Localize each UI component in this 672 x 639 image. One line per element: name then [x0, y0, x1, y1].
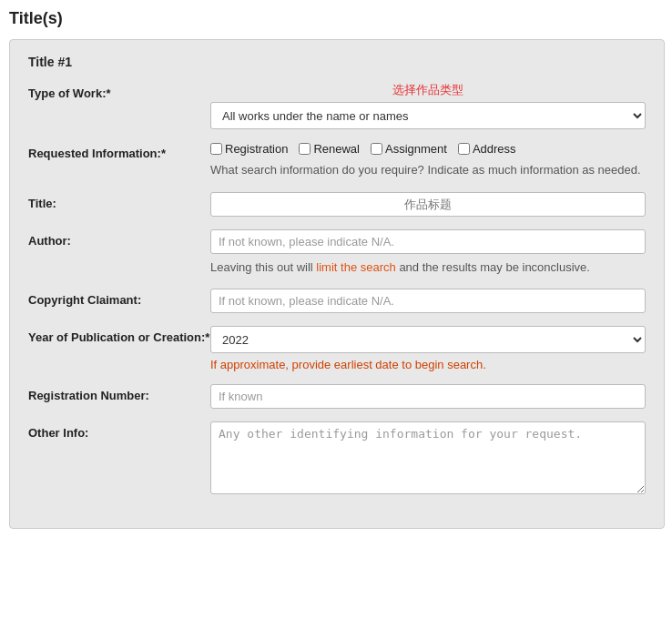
copyright-claimant-label: Copyright Claimant:: [28, 289, 210, 307]
author-control: Leaving this out will limit the search a…: [210, 229, 646, 277]
checkbox-renewal[interactable]: Renewal: [299, 142, 360, 156]
select-hint-text: 选择作品类型: [392, 82, 463, 98]
requested-info-hint: What search information do you require? …: [210, 161, 646, 179]
checkbox-address[interactable]: Address: [458, 142, 516, 156]
title-control: [210, 192, 646, 217]
copyright-claimant-input[interactable]: [210, 289, 646, 313]
checkboxes-container: Registration Renewal Assignment Address: [210, 142, 646, 156]
registration-number-control: [210, 384, 646, 409]
requested-info-label: Requested Information:*: [28, 142, 210, 160]
type-of-work-select[interactable]: All works under the name or names Books …: [210, 102, 646, 129]
title-row: Title:: [28, 192, 646, 217]
requested-info-control: Registration Renewal Assignment Address …: [210, 142, 646, 179]
year-label: Year of Publication or Creation:*: [28, 326, 210, 344]
checkbox-assignment-input[interactable]: [371, 143, 382, 155]
checkbox-address-label: Address: [473, 142, 516, 156]
checkbox-assignment-label: Assignment: [385, 142, 447, 156]
page-title: Title(s): [9, 9, 663, 28]
other-info-textarea[interactable]: [210, 421, 646, 494]
year-control: 2024 2023 2022 2021 2020 2019 2018 2017 …: [210, 326, 646, 371]
checkbox-registration[interactable]: Registration: [210, 142, 288, 156]
year-select[interactable]: 2024 2023 2022 2021 2020 2019 2018 2017 …: [210, 326, 646, 353]
copyright-claimant-row: Copyright Claimant:: [28, 289, 646, 313]
year-row: Year of Publication or Creation:* 2024 2…: [28, 326, 646, 371]
author-label: Author:: [28, 229, 210, 248]
year-hint: If approximate, provide earliest date to…: [210, 358, 646, 371]
author-warning: Leaving this out will limit the search a…: [210, 259, 646, 277]
registration-number-input[interactable]: [210, 384, 646, 409]
checkbox-address-input[interactable]: [458, 143, 470, 155]
form-container: Title #1 Type of Work:* 选择作品类型 All works…: [9, 39, 665, 529]
copyright-claimant-control: [210, 289, 646, 313]
other-info-control: [210, 421, 646, 497]
author-row: Author: Leaving this out will limit the …: [28, 229, 646, 277]
checkbox-registration-input[interactable]: [210, 143, 222, 155]
other-info-row: Other Info:: [28, 421, 646, 497]
author-input[interactable]: [210, 229, 646, 254]
checkbox-assignment[interactable]: Assignment: [371, 142, 447, 156]
checkbox-renewal-input[interactable]: [299, 143, 311, 155]
checkbox-registration-label: Registration: [225, 142, 288, 156]
requested-info-row: Requested Information:* Registration Ren…: [28, 142, 646, 179]
type-of-work-label: Type of Work:*: [28, 82, 210, 100]
title-input[interactable]: [210, 192, 646, 217]
section-label: Title #1: [28, 55, 646, 69]
registration-number-row: Registration Number:: [28, 384, 646, 409]
type-of-work-row: Type of Work:* 选择作品类型 All works under th…: [28, 82, 646, 129]
type-of-work-control: 选择作品类型 All works under the name or names…: [210, 82, 646, 129]
checkbox-renewal-label: Renewal: [313, 142, 360, 156]
other-info-label: Other Info:: [28, 421, 210, 440]
title-label: Title:: [28, 192, 210, 210]
registration-number-label: Registration Number:: [28, 384, 210, 402]
